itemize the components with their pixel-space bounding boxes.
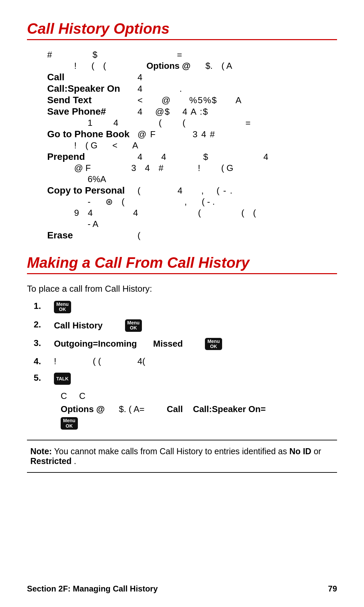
menu-ok-icon-sub: MenuOK [61, 417, 78, 430]
options-row-erase: Erase ( [47, 230, 337, 241]
note-mid: or [314, 446, 321, 456]
footer-left: Section 2F: Managing Call History [27, 584, 158, 594]
footer: Section 2F: Managing Call History 79 [27, 584, 337, 594]
menu-ok-icon-2: MenuOK [125, 319, 142, 332]
section2-rule [27, 273, 337, 274]
options-row-copy-personal: Copy to Personal (4,( - . [47, 185, 337, 196]
options-row-6pct: 6%A [47, 174, 337, 184]
options-row-phonebook: Go to Phone Book @ F3 4 # [47, 129, 337, 140]
step-3: 3. Outgoing=Incoming Missed MenuOK [34, 338, 337, 350]
options-row-symbols3: @ F 3 4 # ! ( G [47, 163, 337, 173]
options-row-nums2: 9 4 4 ( ( ( [47, 208, 337, 218]
talk-icon: TALK [54, 373, 71, 385]
options-row-save-phone: Save Phone# 4@$4 A :$ [47, 106, 337, 117]
menu-ok-icon-3: MenuOK [205, 338, 222, 350]
note-box: Note: You cannot make calls from Call Hi… [27, 440, 337, 473]
section1-heading: Call History Options [27, 20, 337, 37]
section2-heading: Making a Call From Call History [27, 254, 337, 271]
options-row-symbols2: ! ( G < A [47, 140, 337, 151]
steps-list: 1. MenuOK 2. Call History MenuOK 3. Outg… [27, 301, 337, 430]
note-bold-restricted: Restricted [30, 456, 71, 466]
footer-right: 79 [328, 584, 337, 594]
sub-row-cc: CC [34, 391, 337, 401]
section2: Making a Call From Call History To place… [27, 254, 337, 473]
note-end: . [74, 456, 76, 466]
options-row-call: Call 4 [47, 72, 337, 83]
note-bold-noid: No ID [289, 446, 311, 456]
step-1: 1. MenuOK [34, 301, 337, 313]
sub-row-options: Options @ $. ( A= Call Call:Speaker On= [34, 404, 337, 414]
missed-label: Missed [153, 339, 183, 349]
options-row-symbols4: - ⊛ ( , ( - . [47, 197, 337, 207]
options-row-prepend: Prepend 44$4 [47, 151, 337, 162]
step-2: 2. Call History MenuOK [34, 319, 337, 332]
options-row-dash-a: - A [47, 219, 337, 229]
options-row-nums1: 1 4 ( ( = [47, 118, 337, 128]
section1-rule [27, 39, 337, 40]
step-5: 5. TALK [34, 373, 337, 385]
options-header-row: # $ = [47, 50, 337, 60]
options-row-call-speaker: Call:Speaker On 4. [47, 83, 337, 94]
note-text: You cannot make calls from Call History … [54, 446, 289, 456]
note-label: Note: [30, 446, 52, 456]
sub-row-menuok: MenuOK [34, 417, 337, 430]
menu-ok-icon-1: MenuOK [54, 301, 71, 313]
options-row-symbols1: ! ( ( Options @ $. ( A [47, 61, 337, 71]
options-row-send-text: Send Text <@%5%$A [47, 95, 337, 106]
options-area: # $ = ! ( ( Options @ $. ( A Call 4 C [27, 50, 337, 241]
page: Call History Options # $ = ! ( ( Options… [0, 0, 364, 500]
step-4: 4. !( (4( [34, 356, 337, 367]
intro-text: To place a call from Call History: [27, 284, 337, 294]
